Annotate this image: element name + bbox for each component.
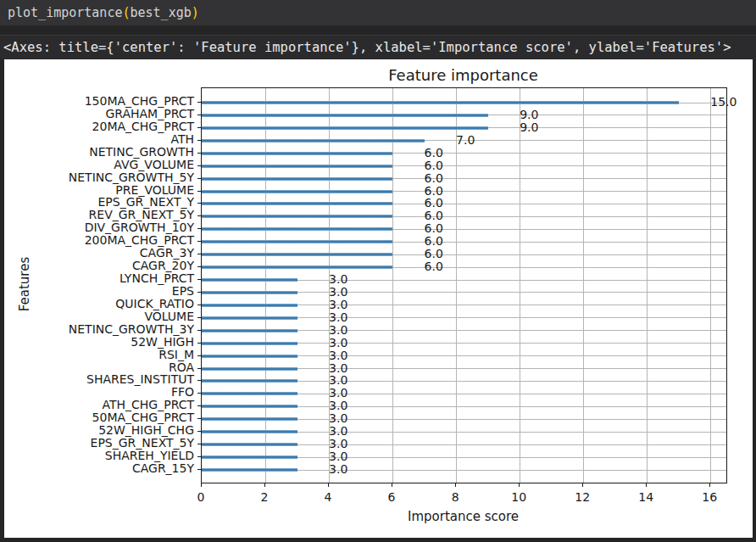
cell-output-repr: <Axes: title={'center': 'Feature importa… [0, 36, 756, 59]
x-tick-mark [201, 483, 202, 487]
importance-bar [202, 304, 297, 307]
cell-divider [0, 25, 756, 36]
matplotlib-figure: Feature importance Features 15.09.09.07.… [4, 59, 753, 538]
y-tick-mark [197, 330, 201, 331]
x-tick-label: 14 [629, 490, 663, 504]
x-tick-mark [264, 483, 265, 487]
x-tick-label: 6 [375, 490, 409, 504]
bar-value-label: 7.0 [456, 133, 475, 148]
importance-bar [202, 253, 392, 256]
x-gridline [583, 88, 584, 483]
importance-bar [202, 126, 488, 130]
x-tick-mark [582, 483, 583, 487]
importance-bar [202, 291, 297, 294]
importance-bar [202, 392, 297, 395]
bar-value-label: 3.0 [329, 462, 347, 477]
plot-area: 15.09.09.07.06.06.06.06.06.06.06.06.06.0… [201, 87, 727, 483]
importance-bar [202, 152, 392, 155]
y-tick-mark [197, 254, 201, 254]
x-tick-label: 8 [438, 490, 472, 504]
x-tick-label: 0 [184, 490, 218, 504]
code-cell-input[interactable]: plot_importance(best_xgb) [0, 0, 756, 25]
x-tick-label: 4 [311, 490, 345, 504]
y-tick-mark [197, 228, 201, 229]
y-tick-mark [197, 305, 201, 305]
importance-bar [202, 329, 297, 332]
bar-value-label: 6.0 [425, 260, 443, 274]
importance-bar [202, 405, 297, 408]
y-tick-mark [197, 431, 201, 432]
importance-bar [202, 316, 297, 320]
x-gridline [520, 88, 520, 483]
y-tick-mark [197, 102, 201, 103]
importance-bar [202, 202, 392, 205]
y-tick-mark [197, 153, 201, 154]
importance-bar [202, 114, 488, 117]
y-tick-mark [197, 292, 201, 293]
importance-bar [202, 367, 297, 371]
y-tick-mark [197, 279, 201, 280]
chart-title: Feature importance [201, 66, 725, 87]
x-tick-mark [709, 483, 710, 487]
y-tick-mark [197, 380, 201, 381]
x-tick-label: 10 [502, 490, 536, 504]
y-tick-mark [197, 444, 201, 444]
x-tick-mark [455, 483, 456, 487]
importance-bar [202, 342, 297, 345]
importance-bar [202, 101, 679, 104]
y-tick-mark [197, 368, 201, 369]
x-gridline [647, 88, 648, 483]
y-tick-mark [197, 178, 201, 179]
importance-bar [202, 165, 392, 168]
importance-bar [202, 468, 297, 472]
close-paren: ) [192, 5, 199, 20]
x-gridline [265, 88, 266, 483]
y-tick-mark [197, 418, 201, 419]
y-tick-mark [197, 393, 201, 394]
importance-bar [202, 139, 425, 142]
importance-bar [202, 379, 297, 383]
x-gridline [392, 88, 393, 483]
importance-bar [202, 227, 392, 231]
y-tick-mark [197, 343, 201, 344]
importance-bar [202, 265, 392, 269]
y-tick-mark [197, 165, 201, 166]
y-tick-mark [197, 115, 201, 115]
x-tick-mark [646, 483, 647, 487]
x-tick-mark [328, 483, 329, 487]
importance-bar [202, 190, 392, 193]
y-tick-mark [197, 127, 201, 128]
y-tick-mark [197, 469, 201, 470]
importance-bar [202, 177, 392, 181]
y-tick-mark [197, 317, 201, 318]
importance-bar [202, 430, 297, 433]
importance-bar [202, 443, 297, 446]
open-paren: ( [122, 5, 130, 20]
y-tick-mark [197, 241, 201, 242]
importance-bar [202, 355, 297, 358]
bar-value-label: 15.0 [710, 95, 737, 109]
code-argument: best_xgb [131, 5, 192, 20]
x-axis-label: Importance score [201, 509, 725, 524]
y-tick-mark [197, 215, 201, 216]
bar-value-label: 9.0 [520, 120, 538, 135]
y-tick-mark [197, 191, 201, 192]
x-tick-label: 2 [247, 490, 281, 504]
importance-bar [202, 417, 297, 421]
y-tick-mark [197, 266, 201, 267]
importance-bar [202, 278, 297, 282]
importance-bar [202, 215, 392, 218]
x-tick-label: 12 [565, 490, 599, 504]
y-tick-label: CAGR_15Y [4, 461, 194, 476]
y-tick-mark [197, 355, 201, 356]
x-tick-label: 16 [692, 490, 726, 504]
x-tick-mark [519, 483, 520, 487]
y-tick-mark [197, 456, 201, 457]
x-gridline [710, 88, 711, 483]
importance-bar [202, 455, 297, 459]
importance-bar [202, 240, 392, 243]
code-function-name: plot_importance [8, 5, 122, 20]
y-tick-mark [197, 203, 201, 204]
x-tick-mark [392, 483, 392, 487]
y-tick-mark [197, 140, 201, 141]
